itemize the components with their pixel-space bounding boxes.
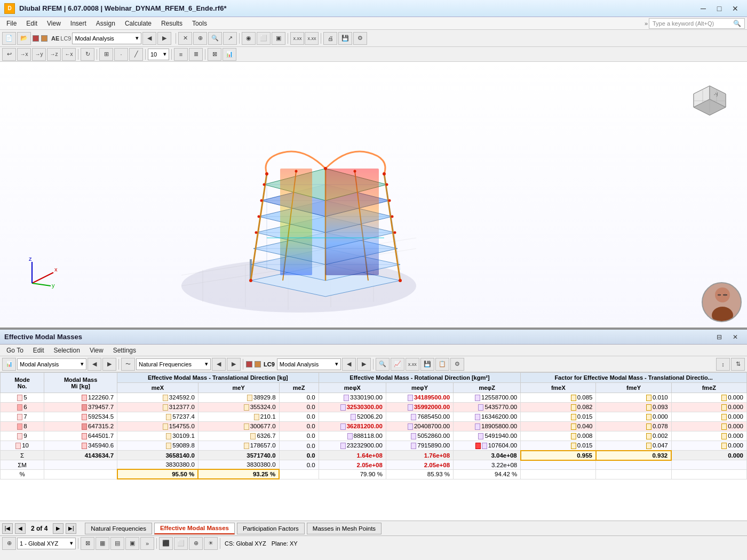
bt-more[interactable]: » [140,537,154,550]
tb-display2[interactable]: ≣ [189,48,203,61]
lc-analysis-dropdown[interactable]: Modal Analysis ▾ [277,358,341,370]
close-button[interactable]: ✕ [728,3,743,14]
tb-display1[interactable]: ≡ [174,48,188,61]
prev-mode[interactable]: ◀ [142,32,156,45]
cs-dropdown[interactable]: 1 - Global XYZ ▾ [17,538,76,549]
tb-render[interactable]: ◉ [242,32,256,45]
tb-member[interactable]: ╱ [129,48,143,61]
svg-point-29 [386,183,388,186]
bt-csys[interactable]: ⊕ [2,537,16,550]
cube-navigator[interactable]: -y [683,73,736,121]
bt-view3[interactable]: ▤ [110,537,124,550]
tb-xn-axis[interactable]: ←x [62,48,76,61]
table-row[interactable]: Σ4143634.73658140.03571740.00.01.64e+081… [1,451,747,460]
panel-restore[interactable]: ⊟ [712,331,727,343]
bt-mesh3[interactable]: ⊕ [189,537,203,550]
tb-settings[interactable]: ⚙ [353,32,367,45]
tb-select[interactable]: ↗ [223,32,237,45]
tb-resize[interactable]: ↕ [716,358,730,371]
prev-result[interactable]: ◀ [212,358,226,371]
svg-text:y: y [52,282,55,289]
bt-view2[interactable]: ▦ [96,537,109,550]
prev-lc[interactable]: ◀ [342,358,356,371]
tb-rotate2[interactable]: ↻ [81,48,94,61]
tb-undo[interactable]: ↩ [2,48,16,61]
tb-eye3[interactable]: x.xx [406,358,419,371]
menu-calculate[interactable]: Calculate [121,19,156,28]
nav-first[interactable]: |◀ [2,523,13,534]
bt-mesh1[interactable]: ⬛ [159,537,173,550]
analysis-type-dropdown[interactable]: Modal Analysis ▾ [17,358,86,370]
analysis-dropdown[interactable]: Modal Analysis ▾ [72,33,141,44]
table-row[interactable]: %95.50 %93.25 %79.90 %85.93 %94.42 % [1,469,747,479]
tb-new[interactable]: 📄 [2,32,16,45]
tb-copy[interactable]: 📋 [435,358,449,371]
table-row[interactable]: 5122260.7324592.038929.80.03330190.00341… [1,393,747,403]
tb-zoom[interactable]: 🔍 [208,32,222,45]
nav-prev[interactable]: ◀ [15,523,26,534]
zoom-dropdown[interactable]: 10▾ [148,49,169,60]
table-row[interactable]: 6379457.7312377.0355324.00.032530300.003… [1,402,747,412]
panel-menu-settings[interactable]: Settings [109,346,140,355]
table-row[interactable]: 8647315.2154755.0300677.00.036281200.002… [1,421,747,431]
tb-open[interactable]: 📂 [17,32,31,45]
tb-plane[interactable]: ⊞ [99,48,113,61]
tb-y-axis[interactable]: →y [32,48,46,61]
menu-results[interactable]: Results [157,19,187,28]
panel-menu-goto[interactable]: Go To [2,346,28,355]
tb-eye1[interactable]: x.xx [290,32,304,45]
restore-button[interactable]: □ [712,3,727,14]
tb-chart[interactable]: 📈 [391,358,404,371]
tb-export[interactable]: 💾 [338,32,352,45]
tb-wire[interactable]: ⬜ [257,32,271,45]
next-result[interactable]: ▶ [227,358,241,371]
tb-export2[interactable]: 💾 [420,358,434,371]
tb-result-diag[interactable]: 📊 [222,48,236,61]
tb-x-axis[interactable]: →x [17,48,31,61]
tb-print[interactable]: 🖨 [323,32,337,45]
next-mode[interactable]: ▶ [157,32,171,45]
svg-point-28 [263,183,266,186]
tab-participation-factors[interactable]: Participation Factors [237,523,305,534]
panel-menu-edit[interactable]: Edit [29,346,49,355]
tb-node[interactable]: · [114,48,128,61]
tb-eye2[interactable]: x.xx [305,32,319,45]
table-row[interactable]: 7592534.557237.4210.10.052006.207685450.… [1,412,747,421]
menu-insert[interactable]: Insert [66,19,91,28]
menu-edit[interactable]: Edit [22,19,42,28]
results-type-dropdown[interactable]: Natural Frequencies ▾ [136,358,211,370]
tb-settings2[interactable]: ⚙ [450,358,464,371]
menu-assign[interactable]: Assign [92,19,120,28]
tab-masses-mesh[interactable]: Masses in Mesh Points [307,523,382,534]
bt-mesh2[interactable]: ⬜ [174,537,188,550]
panel-menu-selection[interactable]: Selection [50,346,84,355]
table-row[interactable]: ΣM3830380.03830380.00.02.05e+082.05e+083… [1,460,747,470]
tb-mesh[interactable]: ⊠ [208,48,221,61]
table-row[interactable]: 10345940.659089.8178657.00.023232900.007… [1,441,747,450]
tab-natural-frequencies[interactable]: Natural Frequencies [85,523,152,534]
panel-close[interactable]: ✕ [728,331,743,343]
bt-view1[interactable]: ⊠ [81,537,94,550]
next-analysis[interactable]: ▶ [102,358,116,371]
panel-menu-view[interactable]: View [85,346,108,355]
table-row[interactable]: 9644501.730109.16326.70.0888118.00505286… [1,431,747,441]
bt-view4[interactable]: ▣ [125,537,139,550]
results-table: ModeNo. Modal MassMi [kg] Effective Moda… [0,372,747,479]
tb-rotate[interactable]: ✕ [178,32,192,45]
tb-z-axis[interactable]: →z [47,48,61,61]
menu-tools[interactable]: Tools [188,19,211,28]
next-lc[interactable]: ▶ [357,358,371,371]
nav-last[interactable]: ▶| [66,523,76,534]
tb-sort[interactable]: ⇅ [731,358,745,371]
bt-light[interactable]: ☀ [204,537,218,550]
tab-effective-modal-masses[interactable]: Effective Modal Masses [154,523,235,534]
minimize-button[interactable]: ─ [696,3,711,14]
tb-shade[interactable]: ▣ [272,32,285,45]
menu-file[interactable]: File [2,19,21,28]
panel-tb-icon[interactable]: 📊 [2,358,16,371]
tb-move[interactable]: ⊕ [193,32,207,45]
tb-filter[interactable]: 🔍 [376,358,390,371]
menu-view[interactable]: View [43,19,65,28]
nav-next[interactable]: ▶ [53,523,63,534]
prev-analysis[interactable]: ◀ [88,358,101,371]
